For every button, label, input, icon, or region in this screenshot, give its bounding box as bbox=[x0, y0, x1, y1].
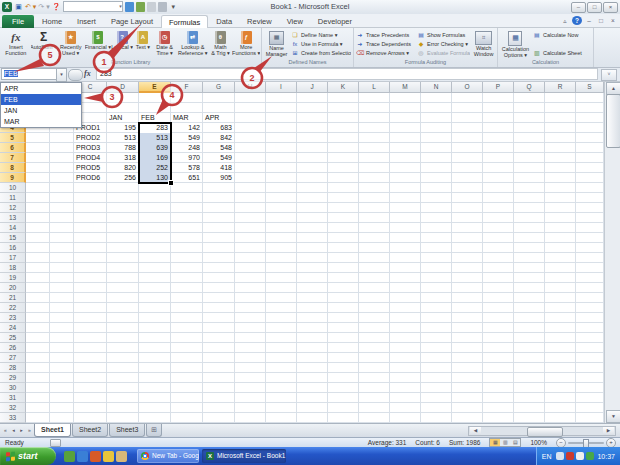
column-header-l[interactable]: L bbox=[359, 81, 390, 93]
column-header-n[interactable]: N bbox=[421, 81, 452, 93]
cell-D9[interactable]: 256 bbox=[107, 173, 139, 183]
macro-record-icon[interactable] bbox=[50, 439, 61, 447]
row-header-7[interactable]: 7 bbox=[0, 153, 26, 163]
row-header-21[interactable]: 21 bbox=[0, 293, 26, 303]
row-header-19[interactable]: 19 bbox=[0, 273, 26, 283]
start-button[interactable]: start bbox=[0, 447, 56, 465]
tab-insert[interactable]: Insert bbox=[70, 15, 103, 28]
tray-icon-2[interactable] bbox=[566, 452, 574, 460]
row-header-17[interactable]: 17 bbox=[0, 253, 26, 263]
cell-C8[interactable]: PROD5 bbox=[74, 163, 107, 173]
cell-F6[interactable]: 248 bbox=[171, 143, 203, 153]
close-button[interactable]: × bbox=[603, 2, 618, 13]
excel-logo-icon[interactable]: X bbox=[2, 2, 12, 12]
name-range-apr[interactable]: APR bbox=[1, 83, 81, 94]
column-header-q[interactable]: Q bbox=[514, 81, 545, 93]
cell-F3[interactable]: MAR bbox=[171, 113, 203, 123]
column-header-r[interactable]: R bbox=[545, 81, 576, 93]
row-header-15[interactable]: 15 bbox=[0, 233, 26, 243]
tab-data[interactable]: Data bbox=[209, 15, 239, 28]
column-header-d[interactable]: D bbox=[107, 81, 139, 93]
show-formulas-button[interactable]: ▤Show Formulas bbox=[417, 31, 470, 39]
tab-home[interactable]: Home bbox=[35, 15, 69, 28]
logical-button[interactable]: ?Logical ▾ bbox=[111, 29, 134, 59]
prev-sheet-button[interactable]: ◂ bbox=[10, 426, 17, 435]
cell-F9[interactable]: 651 bbox=[171, 173, 203, 183]
cell-C6[interactable]: PROD3 bbox=[74, 143, 107, 153]
column-header-j[interactable]: J bbox=[297, 81, 328, 93]
math-trig-button[interactable]: θMath& Trig ▾ bbox=[209, 29, 233, 59]
row-header-31[interactable]: 31 bbox=[0, 393, 26, 403]
tab-review[interactable]: Review bbox=[240, 15, 279, 28]
last-sheet-button[interactable]: » bbox=[26, 426, 33, 435]
help-icon[interactable]: ? bbox=[572, 16, 582, 25]
tray-icon-4[interactable] bbox=[586, 452, 594, 460]
tray-icon-1[interactable] bbox=[556, 452, 564, 460]
cell-D3[interactable]: JAN bbox=[107, 113, 139, 123]
help-menu-icon[interactable]: ❓ bbox=[52, 2, 61, 12]
column-header-e[interactable]: E bbox=[139, 81, 171, 93]
column-header-g[interactable]: G bbox=[203, 81, 235, 93]
row-header-9[interactable]: 9 bbox=[0, 173, 26, 183]
quick-launch-icon-3[interactable] bbox=[90, 451, 101, 462]
tab-developer[interactable]: Developer bbox=[311, 15, 359, 28]
maximize-button[interactable]: □ bbox=[587, 2, 602, 13]
workbook-restore-button[interactable]: □ bbox=[596, 16, 606, 25]
zoom-out-button[interactable]: − bbox=[556, 438, 566, 448]
tab-formulas[interactable]: Formulas bbox=[161, 15, 208, 28]
zoom-in-button[interactable]: + bbox=[606, 438, 616, 448]
cell-D4[interactable]: 195 bbox=[107, 123, 139, 133]
cell-G7[interactable]: 549 bbox=[203, 153, 235, 163]
row-header-28[interactable]: 28 bbox=[0, 363, 26, 373]
cell-C7[interactable]: PROD4 bbox=[74, 153, 107, 163]
undo-icon[interactable]: ↶ ▾ bbox=[25, 2, 36, 12]
row-header-16[interactable]: 16 bbox=[0, 243, 26, 253]
quick-launch-icon-1[interactable] bbox=[64, 451, 75, 462]
row-header-6[interactable]: 6 bbox=[0, 143, 26, 153]
cell-D5[interactable]: 513 bbox=[107, 133, 139, 143]
row-header-14[interactable]: 14 bbox=[0, 223, 26, 233]
row-header-33[interactable]: 33 bbox=[0, 413, 26, 423]
name-box[interactable]: FEB bbox=[1, 68, 58, 80]
financial-button[interactable]: $Financial ▾ bbox=[85, 29, 111, 59]
sheet-tab-sheet1[interactable]: Sheet1 bbox=[34, 424, 71, 437]
cell-C5[interactable]: PROD2 bbox=[74, 133, 107, 143]
zoom-level[interactable]: 100% bbox=[530, 439, 547, 446]
horizontal-scrollbar[interactable]: ◀▶ bbox=[468, 426, 616, 436]
page-layout-view-button[interactable]: ▥ bbox=[500, 439, 510, 446]
cell-G6[interactable]: 548 bbox=[203, 143, 235, 153]
text-button[interactable]: AText ▾ bbox=[133, 29, 152, 59]
calculate-sheet-button[interactable]: ▥Calculate Sheet bbox=[533, 49, 591, 57]
create-from-selection-button[interactable]: ⊞Create from Selection bbox=[291, 49, 351, 57]
column-header-p[interactable]: P bbox=[483, 81, 514, 93]
insert-function-icon[interactable]: fx bbox=[84, 68, 94, 80]
error-checking-button[interactable]: ◆Error Checking ▾ bbox=[417, 40, 470, 48]
taskbar-task-microsoft-excel-book1[interactable]: XMicrosoft Excel - Book1 bbox=[202, 449, 286, 463]
save-icon[interactable]: ▣ bbox=[14, 2, 23, 12]
worksheet-grid[interactable]: ABCDEFGHIJKLMNOPQRS123456789101112131415… bbox=[0, 81, 604, 423]
row-header-30[interactable]: 30 bbox=[0, 383, 26, 393]
column-header-h[interactable]: H bbox=[235, 81, 266, 93]
remove-arrows-button[interactable]: ⌫Remove Arrows ▾ bbox=[356, 49, 415, 57]
name-manager-button[interactable]: ▦NameManager bbox=[263, 29, 290, 59]
vscroll-thumb[interactable] bbox=[606, 94, 620, 148]
calculate-now-button[interactable]: ▤Calculate Now bbox=[533, 31, 591, 39]
sheet-tab-sheet2[interactable]: Sheet2 bbox=[72, 424, 108, 437]
define-name-button[interactable]: ❏Define Name ▾ bbox=[291, 31, 351, 39]
row-header-29[interactable]: 29 bbox=[0, 373, 26, 383]
formula-options-button[interactable] bbox=[68, 69, 83, 81]
scroll-down-button[interactable]: ▼ bbox=[606, 410, 620, 423]
autosum-button[interactable]: ΣAutoSum ▾ bbox=[31, 29, 57, 59]
trace-dependents-button[interactable]: ➜Trace Dependents bbox=[356, 40, 415, 48]
column-header-s[interactable]: S bbox=[576, 81, 604, 93]
page-break-view-button[interactable]: ▤ bbox=[510, 439, 520, 446]
name-range-mar[interactable]: MAR bbox=[1, 116, 81, 127]
row-header-20[interactable]: 20 bbox=[0, 283, 26, 293]
lookup-reference-button[interactable]: ⇄Lookup &Reference ▾ bbox=[177, 29, 209, 59]
row-header-10[interactable]: 10 bbox=[0, 183, 26, 193]
row-header-26[interactable]: 26 bbox=[0, 343, 26, 353]
sheet-tab-sheet3[interactable]: Sheet3 bbox=[109, 424, 145, 437]
row-header-5[interactable]: 5 bbox=[0, 133, 26, 143]
cell-D6[interactable]: 788 bbox=[107, 143, 139, 153]
more-functions-button[interactable]: ƒMoreFunctions ▾ bbox=[232, 29, 260, 59]
